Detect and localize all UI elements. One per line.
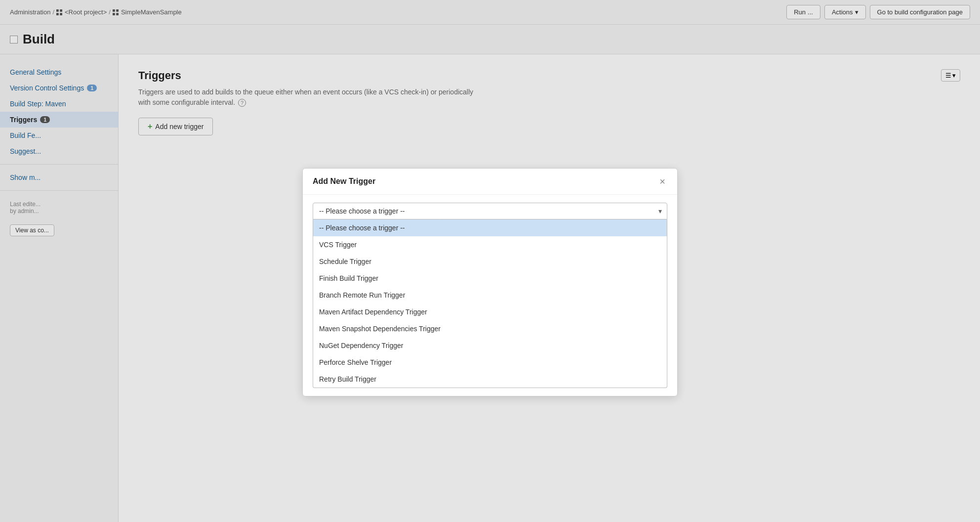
modal-close-button[interactable]: × [657, 176, 667, 186]
dropdown-option-finish-build[interactable]: Finish Build Trigger [313, 270, 667, 287]
dropdown-list: -- Please choose a trigger -- VCS Trigge… [313, 219, 667, 388]
dropdown-option-maven-snapshot[interactable]: Maven Snapshot Dependencies Trigger [313, 320, 667, 337]
dropdown-selected-label: -- Please choose a trigger -- [319, 207, 651, 215]
dropdown-option-schedule[interactable]: Schedule Trigger [313, 253, 667, 270]
modal-body: -- Please choose a trigger -- ▾ -- Pleas… [303, 195, 677, 396]
dropdown-option-nuget[interactable]: NuGet Dependency Trigger [313, 337, 667, 354]
dropdown-option-placeholder[interactable]: -- Please choose a trigger -- [313, 219, 667, 236]
dropdown-option-maven-artifact[interactable]: Maven Artifact Dependency Trigger [313, 304, 667, 320]
add-new-trigger-modal: Add New Trigger × -- Please choose a tri… [302, 168, 678, 396]
dropdown-option-vcs[interactable]: VCS Trigger [313, 236, 667, 253]
modal-header: Add New Trigger × [303, 169, 677, 195]
dropdown-arrow-icon: ▾ [658, 207, 662, 215]
modal-title: Add New Trigger [313, 177, 375, 186]
dropdown-option-perforce[interactable]: Perforce Shelve Trigger [313, 354, 667, 371]
trigger-type-dropdown[interactable]: -- Please choose a trigger -- ▾ -- Pleas… [313, 203, 667, 388]
dropdown-option-retry[interactable]: Retry Build Trigger [313, 371, 667, 388]
modal-overlay: Add New Trigger × -- Please choose a tri… [0, 0, 980, 522]
dropdown-option-branch-remote[interactable]: Branch Remote Run Trigger [313, 287, 667, 304]
